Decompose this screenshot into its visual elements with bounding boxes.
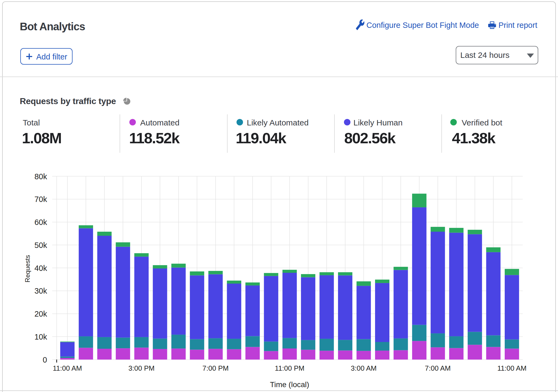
- svg-text:3:00 AM: 3:00 AM: [351, 364, 376, 372]
- svg-text:40k: 40k: [34, 264, 47, 273]
- svg-text:70k: 70k: [34, 195, 47, 204]
- svg-text:50k: 50k: [34, 241, 47, 250]
- svg-text:0: 0: [43, 356, 47, 364]
- svg-text:3:00 PM: 3:00 PM: [128, 364, 155, 372]
- svg-text:Requests: Requests: [24, 255, 31, 282]
- svg-text:20k: 20k: [34, 310, 47, 318]
- svg-text:60k: 60k: [34, 218, 47, 227]
- svg-text:30k: 30k: [34, 287, 47, 295]
- svg-text:Time (local): Time (local): [270, 380, 309, 389]
- svg-text:10k: 10k: [34, 333, 47, 341]
- svg-text:80k: 80k: [34, 172, 47, 181]
- svg-text:11:00 PM: 11:00 PM: [275, 364, 304, 372]
- svg-text:7:00 PM: 7:00 PM: [202, 364, 229, 372]
- svg-text:7:00 AM: 7:00 AM: [425, 364, 451, 372]
- svg-text:11:00 AM: 11:00 AM: [53, 364, 82, 372]
- svg-text:11:00 AM: 11:00 AM: [497, 364, 527, 372]
